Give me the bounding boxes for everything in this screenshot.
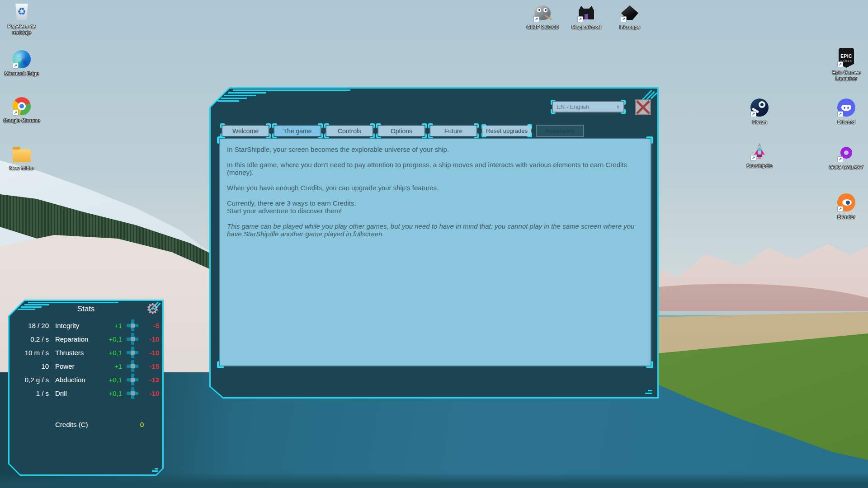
folder-icon	[12, 144, 31, 164]
desktop-icon-inkscape[interactable]: ↗ Inkscape	[608, 3, 651, 30]
window-deco-stripe	[228, 92, 266, 94]
window-deco-stripe	[233, 89, 350, 91]
stat-gain: +1	[102, 322, 122, 329]
stat-label: Integrity	[55, 322, 102, 329]
desktop-icon-label: Microsoft Edge	[5, 70, 39, 77]
stat-row-drill: 1 / s Drill +0,1 -10	[10, 386, 164, 400]
stat-cost: -12	[143, 376, 159, 384]
desktop-icon-blender[interactable]: ↗ Blender	[825, 192, 868, 220]
tab-welcome[interactable]: Welcome	[222, 125, 269, 137]
stat-cost: -10	[143, 349, 159, 357]
tab-the-game[interactable]: The game	[274, 125, 321, 137]
stat-label: Power	[55, 362, 102, 370]
stat-cost: -10	[143, 389, 159, 397]
content-paragraph: In this Idle game, where you don't need …	[227, 161, 643, 176]
desktop-icon-label: Google Chrome	[3, 117, 40, 124]
desktop-icon-gimp[interactable]: ↗ GIMP 2.10.38	[521, 3, 564, 30]
stat-row-reparation: 0,2 / s Reparation +0,1 -10	[10, 332, 164, 346]
stat-gain: +1	[102, 362, 122, 370]
stats-rows: 18 / 20 Integrity +1 -5 0,2 / s Reparati…	[10, 319, 164, 400]
gimp-icon: ↗	[533, 3, 552, 23]
stat-cost: -10	[143, 335, 159, 343]
desktop-icon-label: New folder	[9, 165, 34, 171]
tab-options[interactable]: Options	[377, 125, 425, 137]
chrome-icon: ↗	[12, 96, 31, 116]
stats-panel: Stats ⚙ 18 / 20 Integrity +1 -5 0,2 / s …	[8, 300, 164, 476]
tab-content-panel: In StarShipdle, your screen becomes the …	[219, 138, 651, 366]
window-resize-grip[interactable]	[645, 393, 652, 394]
shortcut-arrow-icon: ↗	[837, 111, 843, 117]
recycle-bin-icon: ♻	[12, 2, 31, 22]
upgrade-plus-button[interactable]	[127, 387, 138, 399]
tab-assistance[interactable]: Assistance	[536, 125, 584, 137]
shortcut-arrow-icon: ↗	[750, 155, 756, 161]
desktop-icon-steam[interactable]: ↗ Steam	[738, 98, 781, 125]
content-paragraph: When you have enough Credits, you can up…	[227, 184, 643, 192]
inkscape-icon: ↗	[620, 3, 639, 23]
desktop-icon-magicavoxel[interactable]: ↗ MagicaVoxel	[565, 3, 608, 30]
stat-gain: +0,1	[102, 335, 122, 343]
stat-value: 0,2 / s	[10, 335, 49, 343]
stat-value: 0,2 g / s	[10, 376, 49, 384]
stat-label: Thrusters	[55, 349, 102, 357]
desktop-icon-starshipdle[interactable]: ↗ Starshipdle	[738, 141, 781, 169]
desktop-icon-label: Blender	[837, 214, 855, 220]
gog-galaxy-icon: ↗	[837, 143, 856, 163]
language-select[interactable]: EN - English ∨	[552, 101, 624, 113]
desktop-icon-chrome[interactable]: ↗ Google Chrome	[0, 96, 43, 124]
starshipdle-icon: ↗	[750, 141, 769, 161]
desktop-icon-label: MagicaVoxel	[571, 24, 601, 30]
shortcut-arrow-icon: ↗	[750, 111, 756, 117]
upgrade-plus-button[interactable]	[127, 319, 138, 331]
stat-label: Abduction	[55, 376, 102, 384]
desktop-icon-label: Steam	[752, 119, 767, 125]
desktop-icon-label: Papelera de reciclaje	[0, 23, 43, 36]
panel-resize-grip[interactable]	[152, 470, 158, 472]
stat-row-integrity: 18 / 20 Integrity +1 -5	[10, 319, 164, 332]
close-button[interactable]	[635, 99, 651, 115]
desktop-icon-recycle-bin[interactable]: ♻ Papelera de reciclaje	[0, 2, 43, 36]
upgrade-plus-button[interactable]	[127, 347, 138, 358]
tab-future[interactable]: Future	[429, 125, 477, 137]
stat-gain: +0,1	[102, 349, 122, 357]
stat-value: 10	[10, 362, 49, 370]
desktop-icon-epic-games[interactable]: EPIC GAMES ↗ Epic Games Launcher	[825, 48, 868, 82]
desktop-icon-label: GIMP 2.10.38	[527, 24, 559, 30]
gear-icon[interactable]: ⚙	[146, 300, 159, 317]
chevron-down-icon: ∨	[616, 104, 620, 110]
stat-label: Drill	[55, 389, 102, 397]
stat-row-power: 10 Power +1 -15	[10, 359, 164, 373]
stat-value: 1 / s	[10, 389, 49, 397]
window-deco-stripe	[217, 100, 239, 102]
desktop-icon-gog-galaxy[interactable]: ↗ GOG GALAXY	[825, 143, 868, 170]
desktop-icon-edge[interactable]: ↗ Microsoft Edge	[0, 49, 43, 77]
desktop: ♻ Papelera de reciclaje ↗ Microsoft Edge…	[0, 0, 868, 488]
upgrade-plus-button[interactable]	[127, 360, 138, 372]
desktop-icon-label: Inkscape	[619, 24, 640, 30]
desktop-icon-discord[interactable]: ↗ Discord	[825, 98, 868, 125]
shortcut-arrow-icon: ↗	[577, 16, 583, 22]
desktop-icon-new-folder[interactable]: New folder	[0, 144, 43, 171]
tab-reset-upgrades[interactable]: Reset upgrades	[481, 125, 532, 137]
shortcut-arrow-icon: ↗	[621, 16, 627, 22]
shortcut-arrow-icon: ↗	[533, 16, 539, 22]
steam-icon: ↗	[750, 98, 769, 117]
stats-title: Stats	[8, 305, 164, 314]
shortcut-arrow-icon: ↗	[837, 206, 843, 212]
upgrade-plus-button[interactable]	[127, 333, 138, 345]
stat-gain: +0,1	[102, 389, 122, 397]
tab-bar: Welcome The game Controls Options Future…	[222, 125, 584, 137]
upgrade-plus-button[interactable]	[127, 374, 138, 385]
window-resize-grip[interactable]	[648, 390, 652, 391]
stat-row-abduction: 0,2 g / s Abduction +0,1 -12	[10, 373, 164, 386]
stat-cost: -5	[143, 322, 159, 329]
credits-value: 0	[140, 421, 144, 428]
desktop-icon-label: Epic Games Launcher	[825, 69, 868, 82]
content-paragraph: Start your adventure to discover them!	[227, 207, 643, 215]
panel-resize-grip[interactable]	[155, 468, 158, 469]
content-note: This game can be played while you play o…	[227, 222, 643, 238]
credits-label: Credits (C)	[55, 421, 88, 428]
shortcut-arrow-icon: ↗	[837, 156, 843, 162]
tab-controls[interactable]: Controls	[326, 125, 373, 137]
shortcut-arrow-icon: ↗	[13, 63, 19, 69]
